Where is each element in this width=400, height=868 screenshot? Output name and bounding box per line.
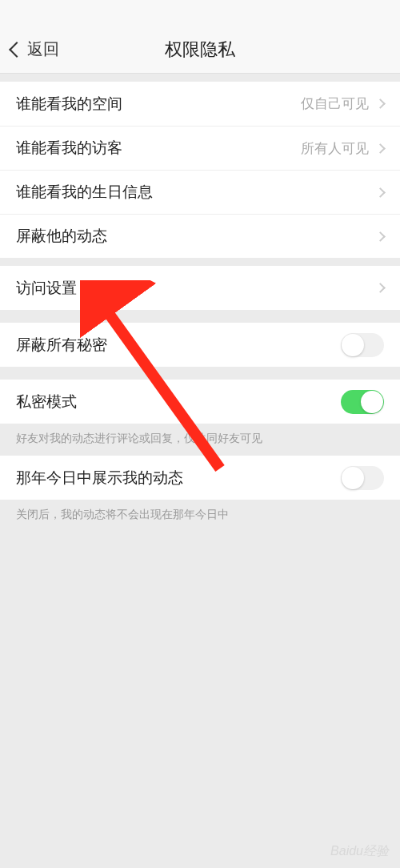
toggle-show-memories[interactable] (341, 466, 384, 490)
hint-show-memories: 关闭后，我的动态将不会出现在那年今日中 (0, 500, 400, 532)
chevron-right-icon (375, 231, 386, 242)
row-show-memories[interactable]: 那年今日中展示我的动态 (0, 456, 400, 500)
section-spacer (0, 74, 400, 82)
row-label: 私密模式 (16, 392, 341, 412)
row-label: 谁能看我的访客 (16, 138, 301, 159)
diamond-icon (83, 280, 99, 296)
switch-knob (361, 391, 383, 413)
row-label: 访问设置 (16, 278, 377, 299)
back-button[interactable]: 返回 (11, 38, 59, 60)
row-value: 仅自己可见 (301, 94, 369, 113)
status-bar (0, 0, 400, 26)
chevron-right-icon (375, 98, 386, 109)
section-spacer (0, 367, 400, 380)
switch-knob (342, 334, 364, 356)
page-title: 权限隐私 (165, 38, 235, 62)
row-access-settings[interactable]: 访问设置 (0, 266, 400, 310)
header-bar: 返回 权限隐私 (0, 26, 400, 74)
chevron-right-icon (375, 143, 386, 154)
chevron-right-icon (375, 187, 386, 198)
section-spacer (0, 258, 400, 266)
section-spacer (0, 310, 400, 323)
row-label: 屏蔽他的动态 (16, 226, 377, 247)
row-label: 那年今日中展示我的动态 (16, 468, 341, 488)
row-who-sees-visitors[interactable]: 谁能看我的访客 所有人可见 (0, 126, 400, 170)
chevron-left-icon (9, 42, 25, 58)
row-private-mode[interactable]: 私密模式 (0, 380, 400, 424)
watermark: Baidu经验 (330, 843, 389, 860)
svg-marker-0 (86, 282, 96, 293)
row-block-activity[interactable]: 屏蔽他的动态 (0, 214, 400, 258)
row-label: 谁能看我的空间 (16, 94, 301, 115)
row-hide-secrets[interactable]: 屏蔽所有秘密 (0, 323, 400, 367)
row-who-sees-birthday[interactable]: 谁能看我的生日信息 (0, 170, 400, 214)
hint-private-mode: 好友对我的动态进行评论或回复，仅共同好友可见 (0, 424, 400, 456)
row-label: 谁能看我的生日信息 (16, 182, 377, 203)
access-label: 访问设置 (16, 278, 77, 299)
chevron-right-icon (375, 283, 386, 293)
row-value: 所有人可见 (301, 139, 369, 158)
toggle-hide-secrets[interactable] (341, 333, 384, 357)
toggle-private-mode[interactable] (341, 390, 384, 414)
back-label: 返回 (27, 38, 59, 60)
row-who-sees-space[interactable]: 谁能看我的空间 仅自己可见 (0, 82, 400, 126)
switch-knob (342, 467, 364, 489)
row-label: 屏蔽所有秘密 (16, 335, 341, 356)
